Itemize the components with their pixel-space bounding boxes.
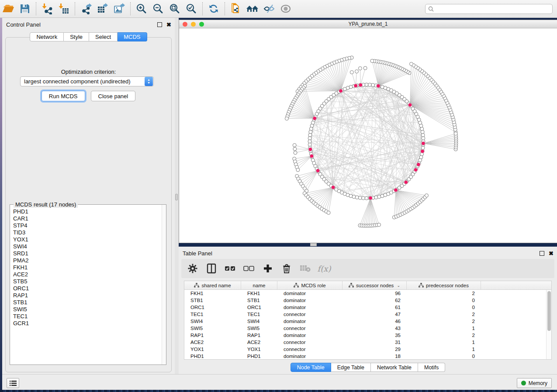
result-node-item[interactable]: TID3 xyxy=(13,229,162,236)
import-network-button[interactable] xyxy=(39,1,55,16)
float-window-icon[interactable] xyxy=(157,22,162,27)
search-input[interactable] xyxy=(436,6,552,12)
result-node-item[interactable]: SRD1 xyxy=(13,250,162,257)
column-header-name[interactable]: name xyxy=(241,281,277,289)
result-node-item[interactable]: PHD1 xyxy=(13,208,162,215)
result-node-item[interactable]: RAP1 xyxy=(13,292,162,299)
table-cell: SWI4 xyxy=(184,319,241,324)
column-header-MCDS-role[interactable]: MCDS role xyxy=(277,281,343,289)
result-scrollbar[interactable] xyxy=(162,205,166,364)
zoom-in-button[interactable] xyxy=(133,1,150,16)
export-network-button[interactable] xyxy=(78,1,94,16)
table-row[interactable]: ACE2ACE2connector311 xyxy=(184,339,551,346)
close-panel-icon[interactable]: ✖ xyxy=(549,251,554,256)
network-window-titlebar[interactable]: YPA_prune.txt_1 xyxy=(179,20,557,28)
split-panel-button[interactable] xyxy=(205,262,218,275)
table-scrollbar[interactable] xyxy=(546,290,551,359)
tab-motifs[interactable]: Motifs xyxy=(418,363,445,372)
zoom-fit-button[interactable] xyxy=(166,1,183,16)
result-node-item[interactable]: CAR1 xyxy=(13,215,162,222)
clone-network-button[interactable] xyxy=(228,1,244,16)
deselect-all-button[interactable] xyxy=(243,262,255,275)
save-session-button[interactable] xyxy=(17,1,33,16)
tab-mcds[interactable]: MCDS xyxy=(118,32,147,41)
float-window-icon[interactable] xyxy=(540,251,544,256)
zoom-selected-button[interactable] xyxy=(183,1,200,16)
network-window-title: YPA_prune.txt_1 xyxy=(179,21,557,27)
select-all-button[interactable] xyxy=(224,262,236,275)
table-row[interactable]: SWI5SWI5connector431 xyxy=(184,325,551,332)
open-file-button[interactable] xyxy=(0,1,17,16)
table-row[interactable]: RAP1RAP1dominator352 xyxy=(184,332,551,339)
result-node-item[interactable]: FKH1 xyxy=(13,264,162,271)
result-node-item[interactable]: PMA2 xyxy=(13,257,162,264)
houses-button[interactable] xyxy=(244,1,261,16)
zoom-out-button[interactable] xyxy=(150,1,166,16)
toolbar-separator xyxy=(202,2,203,15)
tab-node-table[interactable]: Node Table xyxy=(291,363,331,372)
zoom-fit-icon xyxy=(169,3,180,14)
export-table-button[interactable] xyxy=(94,1,111,16)
function-builder-button[interactable]: f(x) xyxy=(318,262,330,275)
table-row[interactable]: STB1STB1dominator620 xyxy=(184,297,551,304)
result-node-item[interactable]: SWI4 xyxy=(13,243,162,250)
result-node-item[interactable]: SWI5 xyxy=(13,306,162,313)
table-cell: 1 xyxy=(407,340,481,345)
tab-edge-table[interactable]: Edge Table xyxy=(331,363,371,372)
result-node-item[interactable]: ACE2 xyxy=(13,271,162,278)
close-panel-button[interactable]: Close panel xyxy=(91,91,136,101)
delete-column-button[interactable] xyxy=(280,262,293,275)
splitter-grip[interactable] xyxy=(175,194,178,200)
hide-graphics-button[interactable] xyxy=(261,1,277,16)
vertical-splitter[interactable] xyxy=(175,18,179,374)
table-panel-tabs: Node TableEdge TableNetwork TableMotifs xyxy=(179,363,557,372)
column-header-successor-nodes[interactable]: successor nodes⌄ xyxy=(343,281,407,289)
add-column-button[interactable] xyxy=(262,262,274,275)
table-cell: RAP1 xyxy=(241,333,277,338)
eye-icon xyxy=(280,3,291,14)
search-field[interactable] xyxy=(425,4,553,14)
network-view-window: YPA_prune.txt_1 xyxy=(179,20,557,243)
import-table-button[interactable] xyxy=(55,1,72,16)
result-node-item[interactable]: STB1 xyxy=(13,299,162,306)
table-row[interactable]: SWI4SWI4dominator462 xyxy=(184,318,551,325)
result-node-item[interactable]: ORC1 xyxy=(13,285,162,292)
table-row[interactable]: YOX1YOX1connector291 xyxy=(184,346,551,353)
refresh-button[interactable] xyxy=(205,1,222,16)
column-header-shared-name[interactable]: shared name xyxy=(184,281,241,289)
result-node-item[interactable]: STB5 xyxy=(13,278,162,285)
table-cell: 2 xyxy=(407,319,481,324)
table-row[interactable]: TEC1TEC1connector472 xyxy=(184,311,551,318)
table-row[interactable]: FKH1FKH1dominator962 xyxy=(184,290,551,297)
tab-style[interactable]: Style xyxy=(64,32,89,41)
tab-select[interactable]: Select xyxy=(89,32,118,41)
select-all-icon xyxy=(225,265,236,272)
tab-network-table[interactable]: Network Table xyxy=(371,363,418,372)
optimization-criterion-select[interactable]: largest connected component (undirected)… xyxy=(20,76,154,86)
column-header-predecessor-nodes[interactable]: predecessor nodes xyxy=(407,281,481,289)
task-history-button[interactable] xyxy=(7,378,19,388)
horizontal-splitter-grip[interactable] xyxy=(310,243,317,246)
close-panel-icon[interactable]: ✖ xyxy=(166,22,171,27)
export-table-icon xyxy=(97,3,108,14)
table-row[interactable]: PHD1PHD1dominator180 xyxy=(184,353,551,360)
result-node-item[interactable]: TEC1 xyxy=(13,313,162,320)
table-row[interactable]: ORC1ORC1dominator610 xyxy=(184,304,551,311)
memory-button[interactable]: Memory xyxy=(517,378,552,388)
tree-icon xyxy=(349,283,354,288)
delete-table-button[interactable] xyxy=(299,262,311,275)
zoom-in-icon xyxy=(136,3,147,14)
network-graph-canvas[interactable] xyxy=(179,28,557,243)
result-node-item[interactable]: YOX1 xyxy=(13,236,162,243)
scrollbar-thumb[interactable] xyxy=(547,291,551,331)
export-image-button[interactable] xyxy=(111,1,128,16)
result-node-item[interactable]: STP4 xyxy=(13,222,162,229)
mcds-result-list[interactable]: PHD1CAR1STP4TID3YOX1SWI4SRD1PMA2FKH1ACE2… xyxy=(10,206,162,364)
table-settings-button[interactable] xyxy=(187,262,199,275)
table-cell: PHD1 xyxy=(241,354,277,359)
result-node-item[interactable]: GCR1 xyxy=(13,320,162,327)
tab-network[interactable]: Network xyxy=(30,32,64,41)
show-graphics-button[interactable] xyxy=(277,1,294,16)
tree-icon xyxy=(294,283,299,288)
run-mcds-button[interactable]: Run MCDS xyxy=(42,91,85,101)
